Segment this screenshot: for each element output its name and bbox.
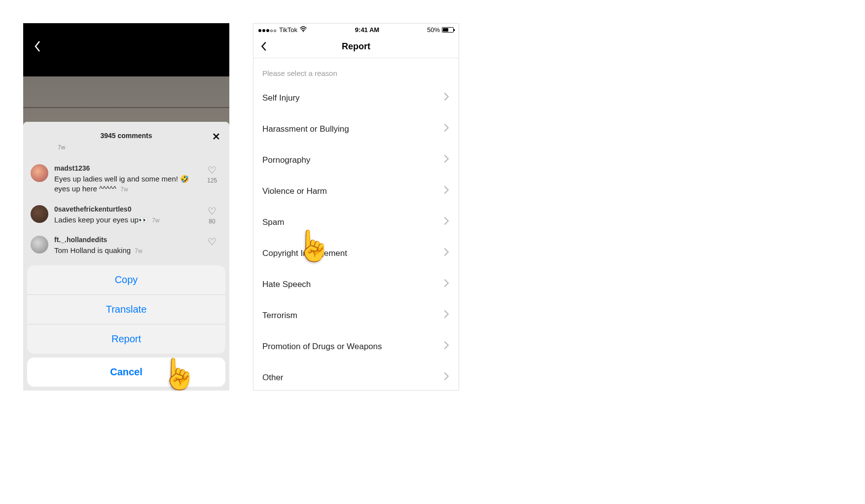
action-sheet: Copy Translate Report Cancel: [27, 265, 225, 387]
report-reason-label: Spam: [262, 217, 284, 227]
report-reason-label: Terrorism: [262, 311, 297, 321]
phone-right-report-reasons: TikTok 9:41 AM 50% Report Please select …: [253, 23, 459, 391]
status-bar: TikTok 9:41 AM 50%: [253, 24, 459, 36]
phone-left-tiktok-comments: 3945 comments ✕ 7w madst1236 Eyes up lad…: [23, 23, 229, 391]
avatar[interactable]: [31, 205, 48, 223]
comment-row[interactable]: ft._.hollandedits Tom Holland is quaking…: [23, 231, 229, 255]
page-title: Report: [342, 41, 370, 52]
comment-time: 7w: [120, 186, 128, 193]
report-reason-label: Violence or Harm: [262, 186, 327, 196]
comment-username[interactable]: 0savethefrickenturtles0: [54, 205, 202, 213]
signal-dots-icon: [258, 26, 277, 34]
report-reason-row[interactable]: Violence or Harm: [253, 176, 459, 207]
prev-comment-time: 7w: [58, 144, 65, 151]
comment-row[interactable]: 0savethefrickenturtles0 Ladies keep your…: [23, 200, 229, 225]
chevron-right-icon: [443, 122, 450, 136]
comments-header: 3945 comments ✕: [23, 132, 229, 140]
chevron-right-icon: [443, 309, 450, 322]
like-button[interactable]: ♡ 80: [202, 205, 222, 225]
report-reason-label: Pornography: [262, 155, 310, 165]
action-cancel[interactable]: Cancel: [27, 358, 225, 387]
report-reason-label: Hate Speech: [262, 280, 311, 289]
report-reason-row[interactable]: Spam: [253, 207, 459, 238]
comment-text: Tom Holland is quaking 7w: [54, 246, 202, 255]
wifi-icon: [299, 26, 307, 34]
heart-icon: ♡: [208, 205, 216, 217]
like-button[interactable]: ♡ 125: [202, 164, 222, 184]
chevron-right-icon: [443, 340, 450, 353]
comment-text: Ladies keep your eyes up👀 7w: [54, 215, 202, 225]
carrier-label: TikTok: [279, 26, 297, 34]
report-reason-label: Self Injury: [262, 93, 300, 103]
comment-username[interactable]: madst1236: [54, 164, 202, 172]
chevron-right-icon: [443, 371, 450, 384]
action-copy[interactable]: Copy: [27, 265, 225, 294]
comment-time: 7w: [152, 217, 159, 224]
action-report[interactable]: Report: [27, 324, 225, 354]
close-icon[interactable]: ✕: [212, 131, 220, 143]
chevron-right-icon: [443, 91, 450, 105]
status-time: 9:41 AM: [355, 26, 379, 34]
report-reason-row[interactable]: Self Injury: [253, 82, 459, 113]
report-reason-row[interactable]: Pornography: [253, 144, 459, 176]
back-icon[interactable]: [260, 41, 267, 54]
back-icon[interactable]: [34, 40, 41, 54]
report-reason-row[interactable]: Terrorism: [253, 300, 459, 331]
report-reason-row[interactable]: Other: [253, 362, 459, 391]
report-reason-row[interactable]: Copyright Infringement: [253, 238, 459, 269]
report-reason-label: Harassment or Bullying: [262, 124, 349, 134]
report-reason-label: Copyright Infringement: [262, 249, 347, 258]
chevron-right-icon: [443, 216, 450, 229]
comment-text: Eyes up ladies well ig and some men! 🤣 e…: [54, 174, 202, 194]
report-reason-row[interactable]: Hate Speech: [253, 269, 459, 300]
avatar[interactable]: [31, 236, 48, 253]
avatar[interactable]: [31, 164, 48, 182]
like-count: 80: [209, 218, 215, 225]
chevron-right-icon: [443, 247, 450, 260]
heart-icon: ♡: [208, 164, 216, 176]
heart-icon: ♡: [208, 236, 216, 248]
battery-indicator: 50%: [427, 26, 454, 34]
svg-point-0: [303, 31, 304, 32]
comment-row[interactable]: madst1236 Eyes up ladies well ig and som…: [23, 159, 229, 194]
comments-count: 3945 comments: [100, 132, 152, 140]
report-reason-label: Promotion of Drugs or Weapons: [262, 342, 382, 352]
report-reason-row[interactable]: Promotion of Drugs or Weapons: [253, 331, 459, 362]
chevron-right-icon: [443, 153, 450, 167]
like-count: 125: [207, 177, 217, 184]
report-prompt: Please select a reason: [253, 58, 459, 82]
chevron-right-icon: [443, 278, 450, 291]
action-translate[interactable]: Translate: [27, 294, 225, 324]
report-reasons-list: Self InjuryHarassment or BullyingPornogr…: [253, 82, 459, 391]
video-top-bar: [23, 23, 229, 76]
nav-bar: Report: [253, 36, 459, 58]
comment-username[interactable]: ft._.hollandedits: [54, 236, 202, 244]
comment-time: 7w: [135, 248, 142, 254]
report-reason-row[interactable]: Harassment or Bullying: [253, 113, 459, 144]
like-button[interactable]: ♡: [202, 236, 222, 248]
chevron-right-icon: [443, 184, 450, 198]
report-reason-label: Other: [262, 373, 284, 383]
